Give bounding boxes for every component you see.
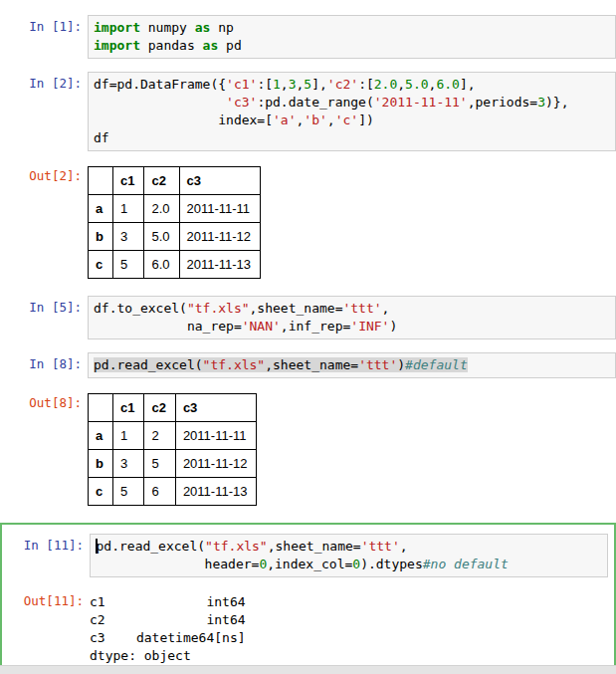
table-cell: 1 <box>112 195 143 223</box>
table-row: a122011-11-11 <box>89 422 257 450</box>
output-cell-2: Out[2]:c1c2c3a12.02011-11-11b35.02011-11… <box>0 164 616 279</box>
column-header: c3 <box>179 167 261 195</box>
output-area: c1 int64 c2 int64 c3 datetime64[ns] dtyp… <box>90 589 608 665</box>
table-cell: 2011-11-12 <box>179 223 261 251</box>
code-text: import numpy as np import pandas as pd <box>94 19 610 55</box>
selected-cell[interactable]: In [11]:pd.read_excel("tf.xls",sheet_nam… <box>0 523 616 673</box>
code-editor[interactable]: import numpy as np import pandas as pd <box>88 15 616 59</box>
code-line: header=0,index_col=0).dtypes#no default <box>96 557 509 571</box>
output-prompt: Out[8]: <box>0 391 88 410</box>
table-cell: 2011-11-11 <box>175 422 257 450</box>
row-index: c <box>89 251 113 279</box>
table-cell: 6 <box>144 478 175 506</box>
table-row: a12.02011-11-11 <box>89 195 261 223</box>
output-prompt: Out[11]: <box>2 589 90 608</box>
output-cell-5: Out[8]:c1c2c3a122011-11-11b352011-11-12c… <box>0 391 616 506</box>
input-prompt: In [1]: <box>0 15 88 34</box>
code-line: index=['a','b','c']) <box>94 112 374 127</box>
table-header-row: c1c2c3 <box>89 394 257 422</box>
output-cell-7: Out[11]:c1 int64 c2 int64 c3 datetime64[… <box>2 589 608 665</box>
code-text: df.to_excel("tf.xls",sheet_name='ttt', n… <box>94 300 610 336</box>
table-header-row: c1c2c3 <box>89 167 261 195</box>
code-cell-1: In [2]:df=pd.DataFrame({'c1':[1,3,5],'c2… <box>0 72 616 151</box>
code-line: pd.read_excel("tf.xls",sheet_name='ttt')… <box>94 357 468 372</box>
table-cell: 1 <box>112 422 143 450</box>
column-header: c3 <box>175 394 257 422</box>
code-line: 'c3':pd.date_range('2011-11-11',periods=… <box>94 95 568 110</box>
code-editor[interactable]: df.to_excel("tf.xls",sheet_name='ttt', n… <box>88 296 616 339</box>
row-index: a <box>89 422 113 450</box>
table-cell: 6.0 <box>144 251 179 279</box>
row-index: a <box>89 195 113 223</box>
table-cell: 2011-11-13 <box>179 251 261 279</box>
code-cell-6: In [11]:pd.read_excel("tf.xls",sheet_nam… <box>2 534 608 577</box>
dataframe-table: c1c2c3a12.02011-11-11b35.02011-11-12c56.… <box>88 166 261 279</box>
table-cell: 2011-11-13 <box>175 478 257 506</box>
code-cell-4: In [8]:pd.read_excel("tf.xls",sheet_name… <box>0 352 616 378</box>
output-area: c1c2c3a122011-11-11b352011-11-12c562011-… <box>88 391 616 506</box>
column-header: c2 <box>144 394 175 422</box>
code-line: df=pd.DataFrame({'c1':[1,3,5],'c2':[2.0,… <box>94 77 476 92</box>
code-text: pd.read_excel("tf.xls",sheet_name='ttt',… <box>96 538 602 573</box>
code-line: import numpy as np <box>94 20 234 35</box>
column-header <box>89 167 113 195</box>
table-row: b352011-11-12 <box>89 450 257 478</box>
table-cell: 5.0 <box>144 223 179 251</box>
row-index: b <box>89 223 113 251</box>
table-cell: 5 <box>112 251 143 279</box>
code-line: df.to_excel("tf.xls",sheet_name='ttt', <box>94 301 389 316</box>
code-cell-0: In [1]:import numpy as np import pandas … <box>0 15 616 59</box>
column-header: c2 <box>144 167 179 195</box>
next-cell-input-edge[interactable] <box>0 665 616 674</box>
output-prompt: Out[2]: <box>0 164 88 183</box>
input-prompt: In [2]: <box>0 72 88 91</box>
code-text: df=pd.DataFrame({'c1':[1,3,5],'c2':[2.0,… <box>94 76 610 147</box>
code-line: df <box>94 130 109 145</box>
table-row: c562011-11-13 <box>89 478 257 506</box>
code-text: pd.read_excel("tf.xls",sheet_name='ttt')… <box>94 356 610 374</box>
row-index: c <box>89 478 113 506</box>
table-cell: 2011-11-11 <box>179 195 261 223</box>
notebook: In [1]:import numpy as np import pandas … <box>0 0 616 673</box>
column-header: c1 <box>112 394 143 422</box>
table-cell: 2011-11-12 <box>175 450 257 478</box>
table-cell: 3 <box>112 223 143 251</box>
code-editor[interactable]: pd.read_excel("tf.xls",sheet_name='ttt')… <box>88 352 616 378</box>
code-line: na_rep='NAN',inf_rep='INF') <box>94 319 397 334</box>
input-prompt: In [5]: <box>0 296 88 315</box>
input-prompt: In [11]: <box>2 534 90 553</box>
column-header: c1 <box>112 167 143 195</box>
table-cell: 5 <box>144 450 175 478</box>
code-line: pd.read_excel("tf.xls",sheet_name='ttt', <box>97 539 408 554</box>
code-cell-3: In [5]:df.to_excel("tf.xls",sheet_name='… <box>0 296 616 339</box>
table-cell: 2 <box>144 422 175 450</box>
output-area: c1c2c3a12.02011-11-11b35.02011-11-12c56.… <box>88 164 616 279</box>
output-text: c1 int64 c2 int64 c3 datetime64[ns] dtyp… <box>90 593 608 665</box>
row-index: b <box>89 450 113 478</box>
code-editor[interactable]: pd.read_excel("tf.xls",sheet_name='ttt',… <box>90 534 608 577</box>
table-row: c56.02011-11-13 <box>89 251 261 279</box>
table-cell: 3 <box>112 450 143 478</box>
table-row: b35.02011-11-12 <box>89 223 261 251</box>
input-prompt: In [8]: <box>0 352 88 371</box>
table-cell: 5 <box>112 478 143 506</box>
code-line: import pandas as pd <box>94 38 242 53</box>
column-header <box>89 394 113 422</box>
code-editor[interactable]: df=pd.DataFrame({'c1':[1,3,5],'c2':[2.0,… <box>88 72 616 151</box>
table-cell: 2.0 <box>144 195 179 223</box>
dataframe-table: c1c2c3a122011-11-11b352011-11-12c562011-… <box>88 393 257 506</box>
